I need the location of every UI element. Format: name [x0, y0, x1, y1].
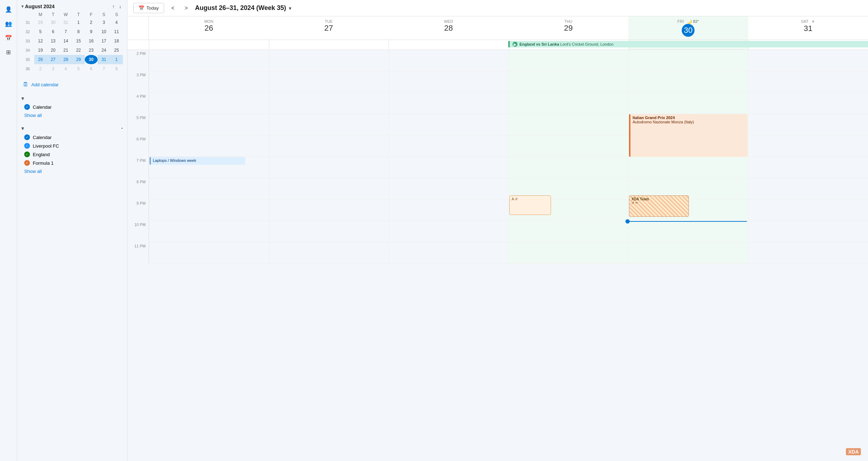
match-a-event[interactable]: A ↺: [509, 195, 551, 215]
time-cell-row4-col3[interactable]: [509, 135, 629, 157]
time-cell-row8-col5[interactable]: [748, 221, 868, 242]
mini-cal-day[interactable]: 27: [47, 55, 59, 64]
time-cell-row0-col0[interactable]: [149, 50, 269, 71]
mini-cal-day[interactable]: 13: [47, 36, 59, 46]
time-cell-row2-col0[interactable]: [149, 93, 269, 114]
time-cell-row1-col3[interactable]: [509, 71, 629, 93]
time-cell-row6-col0[interactable]: [149, 178, 269, 200]
time-cell-row5-col5[interactable]: [748, 157, 868, 178]
time-cell-row7-col1[interactable]: [269, 200, 389, 221]
mini-cal-day[interactable]: 7: [98, 64, 110, 73]
contacts-nav-icon[interactable]: 👥: [2, 17, 15, 30]
people-nav-icon[interactable]: 👤: [2, 3, 15, 16]
mini-cal-day[interactable]: 2: [85, 18, 98, 27]
mini-cal-day[interactable]: 29: [34, 18, 47, 27]
time-cell-row8-col0[interactable]: [149, 221, 269, 242]
time-cell-row0-col1[interactable]: [269, 50, 389, 71]
time-cell-row3-col2[interactable]: [389, 114, 509, 135]
mini-cal-day[interactable]: 5: [34, 27, 47, 36]
mini-cal-day[interactable]: 17: [98, 36, 110, 46]
apps-nav-icon[interactable]: ⊞: [2, 46, 15, 58]
time-cell-row8-col3[interactable]: [509, 221, 629, 242]
time-cell-row3-col0[interactable]: [149, 114, 269, 135]
time-cell-row6-col2[interactable]: [389, 178, 509, 200]
time-cell-row9-col0[interactable]: [149, 242, 269, 264]
time-cell-row0-col4[interactable]: [628, 50, 748, 71]
mini-cal-day[interactable]: 30: [47, 18, 59, 27]
time-cell-row9-col4[interactable]: [628, 242, 748, 264]
time-cell-row4-col2[interactable]: [389, 135, 509, 157]
show-all-group1-link[interactable]: Show all: [21, 111, 123, 119]
time-cell-row4-col5[interactable]: [748, 135, 868, 157]
time-cell-row2-col3[interactable]: [509, 93, 629, 114]
date-range-dropdown-btn[interactable]: ▾: [289, 5, 291, 11]
mini-cal-day[interactable]: 1: [110, 55, 123, 64]
time-cell-row6-col1[interactable]: [269, 178, 389, 200]
time-cell-row1-col0[interactable]: [149, 71, 269, 93]
cal-item-liverpool[interactable]: ✓ Liverpool FC: [21, 142, 123, 150]
mini-cal-day[interactable]: 15: [72, 36, 85, 46]
mini-cal-day[interactable]: 14: [59, 36, 72, 46]
mini-cal-day[interactable]: 9: [85, 27, 98, 36]
mini-cal-day[interactable]: 1: [72, 18, 85, 27]
mini-cal-day[interactable]: 31: [98, 55, 110, 64]
time-cell-row0-col5[interactable]: [748, 50, 868, 71]
time-cell-row1-col4[interactable]: [628, 71, 748, 93]
cal-item-formula1[interactable]: ✓ Formula 1: [21, 159, 123, 167]
time-cell-row0-col3[interactable]: [509, 50, 629, 71]
time-cell-row5-col2[interactable]: [389, 157, 509, 178]
time-cell-row0-col2[interactable]: [389, 50, 509, 71]
time-cell-row9-col1[interactable]: [269, 242, 389, 264]
mini-cal-day[interactable]: 10: [98, 27, 110, 36]
mini-cal-day[interactable]: 12: [34, 36, 47, 46]
time-cell-row4-col0[interactable]: [149, 135, 269, 157]
time-cell-row2-col5[interactable]: [748, 93, 868, 114]
mini-cal-day[interactable]: 4: [59, 64, 72, 73]
mini-cal-day[interactable]: 25: [110, 46, 123, 55]
mini-cal-day[interactable]: 28: [59, 55, 72, 64]
time-cell-row2-col4[interactable]: [628, 93, 748, 114]
time-cell-row9-col3[interactable]: [509, 242, 629, 264]
cal-group-1-header[interactable]: ▾: [21, 94, 123, 103]
mini-cal-day[interactable]: 3: [47, 64, 59, 73]
mini-cal-day[interactable]: 4: [110, 18, 123, 27]
mini-cal-day[interactable]: 29: [72, 55, 85, 64]
cal-item-calendar-2[interactable]: ✓ Calendar: [21, 133, 123, 142]
time-cell-row6-col5[interactable]: [748, 178, 868, 200]
time-cell-row4-col1[interactable]: [269, 135, 389, 157]
mini-cal-day[interactable]: 26: [34, 55, 47, 64]
mini-cal-day[interactable]: 11: [110, 27, 123, 36]
time-cell-row5-col3[interactable]: [509, 157, 629, 178]
time-cell-row7-col0[interactable]: [149, 200, 269, 221]
italy-gp-event[interactable]: Italian Grand Prix 2024Autodromo Naziona…: [629, 114, 748, 157]
mini-cal-day[interactable]: 21: [59, 46, 72, 55]
mini-cal-day[interactable]: 22: [72, 46, 85, 55]
mini-cal-day[interactable]: 5: [72, 64, 85, 73]
mini-cal-day[interactable]: 16: [85, 36, 98, 46]
time-cell-row3-col3[interactable]: [509, 114, 629, 135]
show-all-group2-link[interactable]: Show all: [21, 167, 123, 175]
prev-week-button[interactable]: <: [168, 4, 177, 13]
time-cell-row5-col1[interactable]: [269, 157, 389, 178]
time-cell-row9-col5[interactable]: [748, 242, 868, 264]
time-cell-row2-col2[interactable]: [389, 93, 509, 114]
time-cell-row1-col5[interactable]: [748, 71, 868, 93]
time-cell-row3-col5[interactable]: [748, 114, 868, 135]
mini-cal-day[interactable]: 30: [85, 55, 98, 64]
time-cell-row8-col4[interactable]: [628, 221, 748, 242]
mini-cal-day[interactable]: 6: [47, 27, 59, 36]
mini-cal-title[interactable]: ▾ August 2024: [21, 4, 54, 9]
mini-cal-day[interactable]: 19: [34, 46, 47, 55]
time-cell-row8-col2[interactable]: [389, 221, 509, 242]
cal-group-2-header[interactable]: ▾ ·: [21, 124, 123, 133]
mini-cal-day[interactable]: 8: [110, 64, 123, 73]
add-calendar-btn[interactable]: 🗓 Add calendar: [21, 79, 123, 90]
mini-cal-day[interactable]: 23: [85, 46, 98, 55]
mini-cal-day[interactable]: 18: [110, 36, 123, 46]
mini-cal-day[interactable]: 31: [59, 18, 72, 27]
time-cell-row2-col1[interactable]: [269, 93, 389, 114]
time-grid-container[interactable]: 2 PM3 PM4 PM5 PM6 PM7 PM8 PM9 PM10 PM11 …: [128, 50, 868, 461]
mini-cal-day[interactable]: 8: [72, 27, 85, 36]
today-button[interactable]: 📅 Today: [133, 3, 164, 13]
mini-cal-day[interactable]: 20: [47, 46, 59, 55]
